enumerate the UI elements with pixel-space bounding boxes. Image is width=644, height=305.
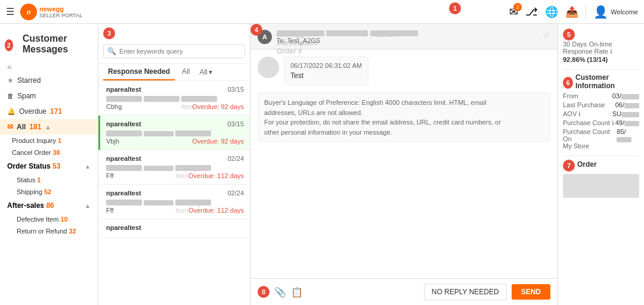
message-item[interactable]: nparealtest 02/24 Order # - Damaged Item…: [98, 185, 250, 219]
sidebar: 2 Customer Messages « Starred Spam Overd…: [0, 24, 98, 305]
sidebar-count-overdue: 171: [50, 107, 62, 116]
sidebar-label-overdue: Overdue: [19, 107, 47, 116]
callout-7: 7: [563, 160, 575, 172]
message-header-bar: A Newegg Marketplace Order # - Other To:…: [250, 24, 558, 49]
message-item[interactable]: nparealtest: [98, 219, 250, 238]
message-footer: 8 📎 📋 NO REPLY NEEDED SEND: [250, 278, 558, 305]
message-disclaimer: Buyer's Language of Preference: English …: [258, 92, 550, 142]
logo-sub: SELLER PORTAL: [39, 13, 82, 18]
network-icon: ⎇: [525, 6, 538, 18]
chevron-down-after-icon: ▲: [85, 203, 91, 209]
sidebar-sub-return[interactable]: Return or Refund 32: [0, 225, 98, 237]
sidebar-collapse[interactable]: «: [0, 61, 98, 73]
message-item[interactable]: nparealtest 02/24 Order # Damaged Item F…: [98, 150, 250, 185]
message-body-area: 06/17/2022 06:31:02 AM Test Buyer's Lang…: [250, 49, 558, 278]
sidebar-sub-cancel-order[interactable]: Cancel Order 38: [0, 147, 98, 158]
message-items: nparealtest 03/15 Order # Defective Item…: [98, 81, 250, 305]
sidebar-title: Customer Messages: [16, 31, 93, 60]
network-icon-wrap[interactable]: ⎇: [525, 5, 538, 18]
callout-2: 2: [5, 39, 13, 51]
no-reply-button[interactable]: NO REPLY NEEDED: [424, 284, 507, 300]
star-icon: [7, 76, 14, 85]
info-icon-aov[interactable]: ℹ: [578, 111, 581, 117]
aov-row: AOV ℹ SU: [563, 110, 639, 117]
chevron-filter-icon: ▾: [209, 68, 212, 76]
panel-divider: [563, 69, 639, 70]
sidebar-label-spam: Spam: [17, 92, 36, 100]
ontime-label: 30 Days On-time Response Rate ℹ: [563, 41, 639, 55]
tab-response-needed[interactable]: Response Needed: [103, 64, 175, 80]
account-icon-wrap[interactable]: 👤 Welcome: [593, 5, 638, 19]
callout-8: 8: [258, 286, 270, 298]
chevron-down-icon: ▲: [85, 163, 91, 170]
callout-6: 6: [563, 77, 573, 89]
bubble-timestamp: 06/17/2022 06:31:02 AM: [290, 62, 362, 69]
tab-filter[interactable]: All ▾: [197, 64, 214, 80]
tab-all[interactable]: All: [177, 64, 194, 80]
message-content: 4 A Newegg Marketplace Order # - Other T…: [250, 24, 558, 305]
logo-text: newegg: [39, 5, 82, 13]
star-button[interactable]: ☆: [542, 29, 550, 40]
bell-icon: [7, 107, 16, 116]
sidebar-sub-shipping[interactable]: Shipping 52: [0, 186, 98, 198]
upload-icon-wrap[interactable]: 📤: [565, 5, 578, 18]
order-title: Order: [577, 160, 597, 169]
info-icon-rate[interactable]: ℹ: [610, 48, 612, 55]
purchase-count-row: Purchase Count ℹ 49/: [563, 119, 639, 126]
right-panel: 5 30 Days On-time Response Rate ℹ 92.86%…: [558, 24, 644, 305]
sidebar-section-order-status[interactable]: Order Status 53 ▲: [0, 158, 98, 174]
response-rate-value: 92.86% (13/14): [563, 56, 639, 63]
sidebar-item-spam[interactable]: Spam: [0, 88, 98, 104]
sidebar-label-all: All: [17, 123, 26, 131]
search-bar: 🔍: [98, 39, 250, 64]
last-purchase-row: Last Purchase 06/: [563, 101, 639, 108]
globe-icon-wrap[interactable]: 🌐: [545, 5, 558, 18]
avatar: [258, 57, 279, 78]
header: n newegg SELLER PORTAL 1 ✉ 2 ⎇ 🌐 📤 👤 Wel…: [0, 0, 644, 24]
hamburger-icon[interactable]: [6, 6, 14, 17]
template-button[interactable]: 📋: [291, 287, 303, 298]
main-layout: 2 Customer Messages « Starred Spam Overd…: [0, 24, 644, 305]
account-icon: 👤: [593, 5, 608, 19]
customer-info-title: Customer Information: [575, 73, 639, 90]
header-divider: [586, 5, 586, 19]
callout-1: 1: [449, 2, 461, 14]
chevron-up-icon: ▲: [45, 124, 51, 130]
bubble-content: 06/17/2022 06:31:02 AM Test: [284, 57, 369, 85]
globe-icon: 🌐: [545, 6, 558, 18]
message-list: 3 🔍 Response Needed All All ▾ nparealtes…: [98, 24, 250, 305]
sidebar-sub-defective[interactable]: Defective Item 10: [0, 213, 98, 225]
logo-egg: n: [20, 4, 37, 20]
sidebar-sub-product-inquiry[interactable]: Product Inquiry 1: [0, 135, 98, 147]
search-input[interactable]: [103, 44, 245, 58]
bubble-text: Test: [290, 71, 362, 80]
info-icon-purchase[interactable]: ℹ: [612, 120, 614, 126]
callout-4: 4: [250, 24, 262, 36]
ontime-section: 5 30 Days On-time Response Rate ℹ 92.86%…: [563, 29, 639, 63]
search-wrap: 🔍: [103, 44, 245, 58]
sidebar-section-after-sales[interactable]: After-sales 86 ▲: [0, 198, 98, 213]
tabs: Response Needed All All ▾: [98, 64, 250, 81]
panel-divider-2: [563, 155, 639, 156]
callout-3: 3: [103, 27, 115, 39]
message-to: To: Test_A2GS: [277, 37, 418, 44]
send-button[interactable]: SEND: [512, 284, 550, 300]
message-item[interactable]: nparealtest 03/15 Order # Defective Item…: [98, 81, 250, 116]
sidebar-item-all[interactable]: All 181 ▲: [0, 119, 98, 135]
logo: n newegg SELLER PORTAL: [20, 4, 82, 20]
message-bubble: 06/17/2022 06:31:02 AM Test: [258, 57, 550, 85]
mail-badge: 2: [513, 3, 522, 11]
sidebar-item-overdue[interactable]: Overdue 171: [0, 104, 98, 119]
from-row: From 03/: [563, 92, 639, 99]
message-item[interactable]: nparealtest 03/15 Order # - Other Vbjh O…: [98, 116, 250, 150]
sidebar-count-all: 181: [29, 123, 41, 131]
attach-button[interactable]: 📎: [274, 287, 286, 298]
search-icon: 🔍: [107, 47, 116, 55]
sidebar-label-starred: Starred: [17, 76, 41, 85]
customer-info-section: 6 Customer Information From 03/ Last Pur…: [563, 73, 639, 150]
message-subject: Newegg Marketplace Order # - Other: [277, 29, 418, 37]
sidebar-item-starred[interactable]: Starred: [0, 73, 98, 88]
callout-5: 5: [563, 29, 575, 41]
sidebar-sub-status[interactable]: Status 1: [0, 174, 98, 186]
mail-icon-wrap[interactable]: ✉ 2: [509, 5, 518, 18]
